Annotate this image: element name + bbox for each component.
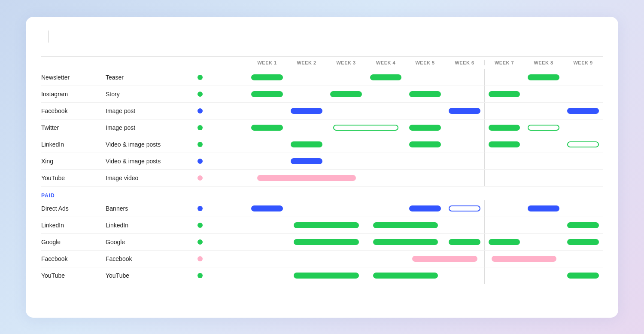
gantt-bar — [567, 141, 598, 147]
week-cell-1 — [247, 170, 366, 186]
week-cell-6 — [445, 136, 484, 153]
week-cell-4 — [366, 69, 405, 86]
week-cell-2 — [287, 200, 326, 217]
gantt-bar — [373, 222, 437, 228]
table-row: NewsletterTeaser — [41, 69, 603, 86]
week-cell-5 — [405, 170, 445, 186]
week-cell-6 — [445, 86, 484, 102]
week-cell-5 — [405, 153, 445, 169]
relevance-dot — [197, 175, 203, 181]
week-cell-4 — [366, 217, 445, 233]
week-cell-9 — [563, 234, 603, 250]
col-format-header — [106, 60, 191, 65]
table-row: LinkedInVideo & image posts — [41, 136, 603, 153]
cell-format: Banners — [106, 205, 191, 212]
gantt-bar — [370, 74, 401, 80]
week-cell-1 — [247, 251, 287, 267]
col-channel-header — [41, 60, 106, 65]
week-cell-6 — [445, 217, 484, 233]
week-cell-8 — [524, 234, 563, 250]
week-cell-3 — [326, 103, 366, 119]
table-row: FacebookFacebook — [41, 251, 603, 267]
week-cell-7 — [484, 103, 524, 119]
week-cell-9 — [563, 120, 603, 136]
gantt-bar — [567, 239, 598, 245]
week-cell-9 — [563, 69, 603, 86]
week-cell-9 — [563, 217, 603, 233]
week-cell-6 — [445, 103, 484, 119]
week-3-label: WEEK 3 — [326, 60, 366, 65]
week-cell-7 — [484, 200, 524, 217]
gantt-bar — [489, 125, 519, 131]
week-cell-7 — [484, 153, 524, 169]
table-row: YouTubeYouTube — [41, 267, 603, 284]
week-cell-7 — [484, 86, 524, 102]
week-cell-8 — [524, 217, 563, 233]
gantt-bar — [333, 125, 398, 131]
gantt-bar — [257, 175, 356, 181]
cell-format: Google — [106, 239, 191, 245]
week-cell-3 — [326, 136, 366, 153]
week-cell-1 — [247, 86, 287, 102]
gantt-bar — [489, 141, 519, 147]
gantt-bar — [251, 74, 283, 80]
table-row: LinkedInLinkedIn — [41, 217, 603, 234]
week-cell-7 — [484, 69, 524, 86]
week-cell-7 — [484, 120, 524, 136]
gantt-bar — [492, 256, 556, 262]
week-cell-5 — [405, 200, 445, 217]
week-cell-5 — [405, 120, 445, 136]
week-cell-5 — [405, 103, 445, 119]
table-row: InstagramStory — [41, 86, 603, 103]
relevance-dot — [197, 125, 203, 130]
week-cell-4 — [366, 136, 405, 153]
week-cell-2 — [287, 234, 366, 250]
relevance-dot — [197, 92, 203, 97]
week-cell-3 — [326, 251, 366, 267]
week-cell-1 — [247, 267, 287, 284]
gantt-bar — [251, 205, 283, 211]
section-label: PAID — [41, 187, 603, 200]
cell-relevance — [191, 75, 247, 80]
table-row: XingVideo & image posts — [41, 153, 603, 170]
col-relevance-header — [191, 60, 247, 65]
week-cell-3 — [326, 200, 366, 217]
cell-relevance — [191, 273, 247, 278]
week-cell-5 — [405, 86, 445, 102]
relevance-dot — [197, 273, 203, 278]
cell-channel: LinkedIn — [41, 140, 106, 149]
week-cell-3 — [326, 120, 405, 136]
week-cell-4 — [366, 86, 405, 102]
week-cell-9 — [563, 136, 603, 153]
gantt-bar — [294, 222, 358, 228]
gantt-bar — [409, 141, 440, 147]
week-cell-4 — [366, 251, 405, 267]
week-cell-1 — [247, 120, 287, 136]
week-cell-6 — [445, 69, 484, 86]
week-cell-3 — [326, 69, 366, 86]
table-row: GoogleGoogle — [41, 234, 603, 251]
relevance-dot — [197, 108, 203, 113]
cell-channel: Google — [41, 238, 106, 246]
week-cell-7 — [484, 170, 524, 186]
table-row: TwitterImage post — [41, 120, 603, 136]
gantt-bar — [291, 141, 322, 147]
cell-format: Image post — [106, 124, 191, 131]
gantt-bar — [489, 91, 519, 97]
week-cell-1 — [247, 136, 287, 153]
week-cell-3 — [326, 86, 366, 102]
cell-relevance — [191, 142, 247, 147]
gantt-bar — [291, 108, 322, 114]
gantt-bar — [567, 273, 598, 279]
week-cell-2 — [287, 267, 366, 284]
relevance-dot — [197, 159, 203, 164]
week-cell-2 — [287, 120, 326, 136]
cell-format: Video & image posts — [106, 158, 191, 165]
week-cell-9 — [563, 103, 603, 119]
cell-relevance — [191, 159, 247, 164]
week-cell-8 — [524, 103, 563, 119]
week-cell-5 — [405, 136, 445, 153]
relevance-dot — [197, 239, 203, 245]
week-cell-1 — [247, 103, 287, 119]
gantt-bar — [373, 239, 437, 245]
